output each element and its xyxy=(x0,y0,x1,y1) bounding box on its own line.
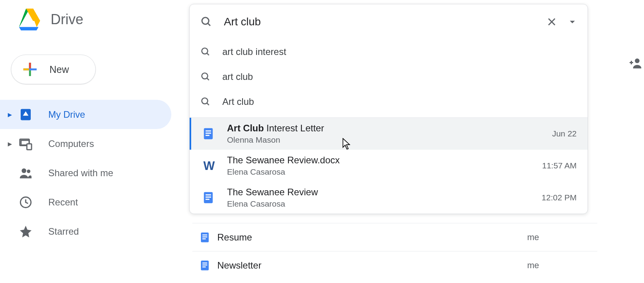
svg-rect-32 xyxy=(206,131,211,132)
file-row[interactable]: Newsletter me xyxy=(192,251,597,279)
svg-rect-46 xyxy=(202,264,208,265)
svg-marker-3 xyxy=(19,27,39,30)
svg-line-30 xyxy=(207,103,209,105)
search-suggestion[interactable]: art club xyxy=(190,64,588,89)
svg-line-22 xyxy=(208,23,210,26)
file-row[interactable]: Resume me xyxy=(192,223,597,251)
file-date: 11:57 AM xyxy=(542,161,577,170)
search-suggestion[interactable]: art club interest xyxy=(190,39,588,64)
sidebar-item-label: Shared with me xyxy=(48,168,113,179)
file-owner: Elena Casarosa xyxy=(227,199,537,209)
sidebar-item-label: My Drive xyxy=(48,109,85,120)
file-title: Newsletter xyxy=(217,260,527,271)
sidebar-item-computers[interactable]: ▶ Computers xyxy=(0,129,171,158)
file-info: The Sewanee Review Elena Casarosa xyxy=(227,186,537,209)
sidebar-item-starred[interactable]: Starred xyxy=(0,217,171,246)
svg-rect-43 xyxy=(202,238,206,239)
svg-rect-34 xyxy=(206,135,209,136)
caret-down-icon[interactable] xyxy=(568,18,577,26)
svg-rect-45 xyxy=(202,262,208,264)
file-owner: Elena Casarosa xyxy=(227,167,537,177)
file-owner: Olenna Mason xyxy=(227,135,547,145)
suggestion-text: art club interest xyxy=(222,46,286,57)
svg-rect-41 xyxy=(202,234,208,235)
file-owner: me xyxy=(527,232,597,242)
search-file-result[interactable]: The Sewanee Review Elena Casarosa 12:02 … xyxy=(190,182,588,214)
svg-rect-13 xyxy=(29,69,31,71)
svg-rect-39 xyxy=(206,199,209,200)
docs-icon xyxy=(201,191,216,204)
search-icon xyxy=(201,16,212,28)
svg-line-26 xyxy=(207,53,209,55)
file-date: Jun 22 xyxy=(552,129,577,138)
chevron-right-icon: ▶ xyxy=(8,141,14,147)
file-list: Resume me Newsletter me xyxy=(192,223,597,279)
svg-rect-50 xyxy=(631,61,632,64)
svg-rect-33 xyxy=(206,133,211,134)
sidebar: ▶ My Drive ▶ Computers Shared with me Re… xyxy=(0,100,171,246)
sidebar-item-recent[interactable]: Recent xyxy=(0,187,171,217)
search-bar xyxy=(190,4,588,39)
svg-rect-38 xyxy=(206,196,211,198)
search-dropdown: art club interest art club Art club Art … xyxy=(189,4,588,214)
svg-point-25 xyxy=(202,48,208,54)
file-title: The Sewanee Review.docx xyxy=(227,154,537,166)
search-file-result[interactable]: Art Club Interest Letter Olenna Mason Ju… xyxy=(190,118,588,150)
file-owner: me xyxy=(527,260,597,271)
svg-point-48 xyxy=(635,58,640,63)
sidebar-item-my-drive[interactable]: ▶ My Drive xyxy=(0,100,171,129)
word-icon: W xyxy=(201,159,216,172)
search-icon xyxy=(201,72,211,82)
file-info: Art Club Interest Letter Olenna Mason xyxy=(227,122,547,145)
star-icon xyxy=(19,225,33,239)
sidebar-item-label: Computers xyxy=(48,138,94,149)
suggestion-text: art club xyxy=(222,71,253,82)
search-suggestion[interactable]: Art club xyxy=(190,89,588,114)
svg-point-19 xyxy=(27,170,30,173)
svg-point-18 xyxy=(22,168,26,173)
plus-icon xyxy=(21,61,39,78)
search-file-result[interactable]: W The Sewanee Review.docx Elena Casarosa… xyxy=(190,150,588,182)
clock-icon xyxy=(19,195,33,209)
search-input[interactable] xyxy=(224,16,546,28)
share-person-icon[interactable] xyxy=(628,56,642,72)
file-date: 12:02 PM xyxy=(542,193,577,202)
sidebar-item-label: Starred xyxy=(48,226,79,237)
svg-rect-12 xyxy=(23,69,30,71)
new-button[interactable]: New xyxy=(11,55,96,84)
close-icon[interactable] xyxy=(546,16,557,27)
file-title: Resume xyxy=(217,232,527,243)
docs-icon xyxy=(201,127,216,140)
computers-icon xyxy=(19,137,33,151)
docs-icon xyxy=(192,260,217,271)
svg-text:W: W xyxy=(203,159,215,172)
search-suggestions: art club interest art club Art club Art … xyxy=(190,39,588,214)
file-info: The Sewanee Review.docx Elena Casarosa xyxy=(227,154,537,177)
svg-line-28 xyxy=(207,78,209,80)
svg-rect-42 xyxy=(202,236,208,237)
svg-point-21 xyxy=(202,18,209,25)
people-icon xyxy=(19,166,33,180)
svg-rect-17 xyxy=(27,144,32,150)
svg-rect-10 xyxy=(29,63,31,69)
svg-rect-37 xyxy=(206,195,211,196)
search-icon xyxy=(201,97,211,107)
sidebar-item-shared[interactable]: Shared with me xyxy=(0,158,171,187)
svg-rect-47 xyxy=(202,266,206,267)
sidebar-item-label: Recent xyxy=(48,197,78,208)
drive-logo-icon xyxy=(17,9,42,30)
suggestion-text: Art club xyxy=(222,96,254,107)
chevron-right-icon: ▶ xyxy=(8,111,14,118)
new-button-label: New xyxy=(49,64,69,75)
docs-icon xyxy=(192,232,217,243)
app-name: Drive xyxy=(51,11,83,28)
svg-point-27 xyxy=(202,73,208,79)
svg-point-29 xyxy=(202,98,208,104)
drive-icon xyxy=(19,108,33,122)
file-title: The Sewanee Review xyxy=(227,186,537,198)
file-title: Art Club Interest Letter xyxy=(227,122,547,134)
search-icon xyxy=(201,47,211,57)
